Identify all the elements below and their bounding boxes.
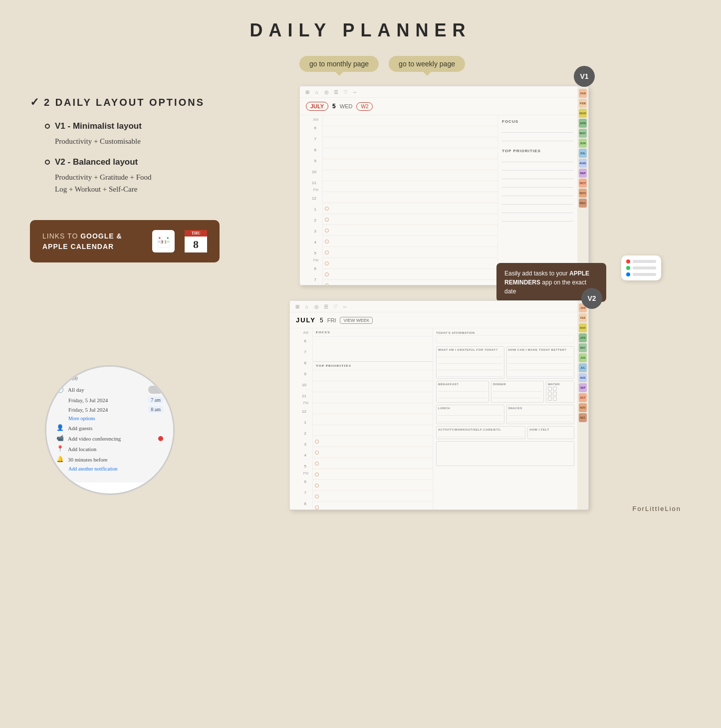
tab-mar[interactable]: MAR [579,109,587,118]
time-slot-row[interactable] [323,159,497,170]
v2-time-slot[interactable] [313,491,433,502]
tab-v2-apr[interactable]: APR [579,333,587,342]
toolbar-icon-6: ↔ [351,88,358,95]
v1-day: 5 [332,103,336,110]
planner-v1-body: AM 6 7 8 9 10 11 PM 12 1 2 3 4 [300,115,577,285]
apple-reminders-widget [621,255,661,280]
bullet-v1 [45,124,50,129]
apple-cal-num: 8 [185,237,207,252]
time-slot-row[interactable] [323,203,497,214]
tab-v2-feb[interactable]: FEB [579,313,587,322]
tab-v2-dec[interactable]: DEC [579,413,587,422]
tab-v2-jun[interactable]: JUN [579,353,587,362]
time-slot-row[interactable] [323,214,497,225]
time-slot-row[interactable] [323,137,497,148]
tab-v2-sep[interactable]: SEP [579,383,587,392]
v2-time-slot[interactable] [313,370,433,381]
v2-time-slot[interactable] [313,403,433,414]
time-slot-row[interactable] [323,280,497,285]
gcal-reminder[interactable]: 🔔 30 minutes before [56,456,163,463]
time-slot-row[interactable] [323,236,497,247]
v2-time-slot[interactable] [313,469,433,480]
toolbar-icon-5: ♡ [342,88,349,95]
tab-oct[interactable]: OCT [579,179,587,188]
v2-time-slot[interactable] [313,458,433,469]
tab-v2-nov[interactable]: NOV [579,403,587,412]
go-to-weekly-button[interactable]: go to weekly page [389,56,465,72]
tab-jun[interactable]: JUN [579,139,587,148]
bullet-v2 [45,160,50,165]
gcal-add-title-label: Add title [56,375,163,382]
planner-v2-toolbar: ⊞ ⌂ ◎ ☰ ♡ ↔ [290,301,577,312]
left-panel: ✓ 2 DAILY LAYOUT OPTIONS V1 - Minimalist… [30,56,240,355]
time-slot-row[interactable] [323,181,497,192]
tab-v2-may[interactable]: MAY [579,343,587,352]
svg-point-5 [159,237,161,239]
gcal-add-notification[interactable]: Add another notification [56,466,163,472]
svg-point-6 [167,237,169,239]
nav-buttons-row: go to monthly page go to weekly page [259,56,691,72]
svg-rect-9 [164,241,166,243]
tab-sep[interactable]: SEP [579,169,587,178]
time-slot-row[interactable] [323,192,497,203]
right-column-v1: FOCUS TOP PRIORITIES [497,115,577,285]
v1-week: W2 [356,102,373,111]
gcal-date1: Friday, 5 Jul 2024 [68,397,108,403]
toolbar-v2-icon-5: ♡ [332,303,339,310]
time-slot-row[interactable] [323,115,497,126]
gcal-add-location[interactable]: 📍 Add location [56,445,163,453]
v2-time-slot[interactable] [313,480,433,491]
time-slot-row[interactable] [323,225,497,236]
v2-time-slot[interactable] [313,436,433,447]
planner-v1-toolbar: ⊞ ⌂ ◎ ☰ ♡ ↔ [300,86,577,98]
gcal-date1-row[interactable]: Friday, 5 Jul 2024 7 am [56,397,163,403]
go-to-monthly-button[interactable]: go to monthly page [299,56,379,72]
tab-v2-mar[interactable]: MAR [579,323,587,332]
tab-dec[interactable]: DEC [579,199,587,208]
activity-section: ACTIVITY/WORKOUT/SELF-CARE/ETC. HOW I FE… [436,426,574,439]
tab-v2-aug[interactable]: AUG [579,373,587,382]
v1-desc: Productivity + Customisable [55,135,240,147]
gcal-more-options[interactable]: More options [56,416,163,421]
gcal-add-video[interactable]: 📹 Add video conferencing [56,435,163,442]
tab-apr[interactable]: APR [579,119,587,128]
planner-v2-header: JULY 5 FRI VIEW WEEK [290,312,577,328]
v2-desc1: Productivity + Gratitude + Food [55,171,240,183]
time-slot-row[interactable] [323,126,497,137]
schedule-column-v1 [322,115,497,285]
tab-v2-jul[interactable]: JUL [579,363,587,372]
tab-aug[interactable]: AUG [579,159,587,168]
gcal-time1: 7 am [148,397,163,403]
tab-jul-active[interactable]: JUL [579,149,587,158]
v2-right-column: TODAY'S AFFIRMATION WHAT AM I GRATEFUL F… [433,328,577,510]
tab-v2-oct[interactable]: OCT [579,393,587,402]
v2-view-week[interactable]: VIEW WEEK [340,317,373,324]
gcal-add-guests[interactable]: 👤 Add guests [56,424,163,432]
v2-time-slot[interactable] [313,392,433,403]
time-slot-row[interactable] [323,258,497,269]
gcal-date2-row[interactable]: Friday, 5 Jul 2024 8 am [56,406,163,413]
time-slot-row[interactable] [323,247,497,258]
tab-feb[interactable]: FEB [579,99,587,108]
time-slot-row[interactable] [323,148,497,159]
tab-jan[interactable]: JAN [579,89,587,98]
v2-desc2: Log + Workout + Self-Care [55,183,240,195]
toolbar-v2-icon-1: ⊞ [294,303,301,310]
right-panel: go to monthly page go to weekly page V1 … [259,56,691,355]
apple-calendar-icon[interactable]: THU 8 [185,230,207,252]
v2-time-slot[interactable] [313,414,433,425]
gcal-allday-row: 🕐 All day [56,386,163,394]
v2-time-slot[interactable] [313,381,433,392]
tab-nov[interactable]: NOV [579,189,587,198]
v2-option: V2 - Balanced layout Productivity + Grat… [45,157,240,195]
v2-time-slot[interactable] [313,502,433,510]
lunch-label: LUNCH [438,407,502,410]
google-calendar-icon[interactable]: 3 1 [152,230,175,252]
time-slot-row[interactable] [323,170,497,181]
v2-time-slot[interactable] [313,425,433,436]
tab-may[interactable]: MAY [579,129,587,138]
gcal-allday-toggle[interactable] [148,386,163,394]
v2-time-slot[interactable] [313,447,433,458]
gcal-time2: 8 am [148,406,163,413]
time-slot-row[interactable] [323,269,497,280]
